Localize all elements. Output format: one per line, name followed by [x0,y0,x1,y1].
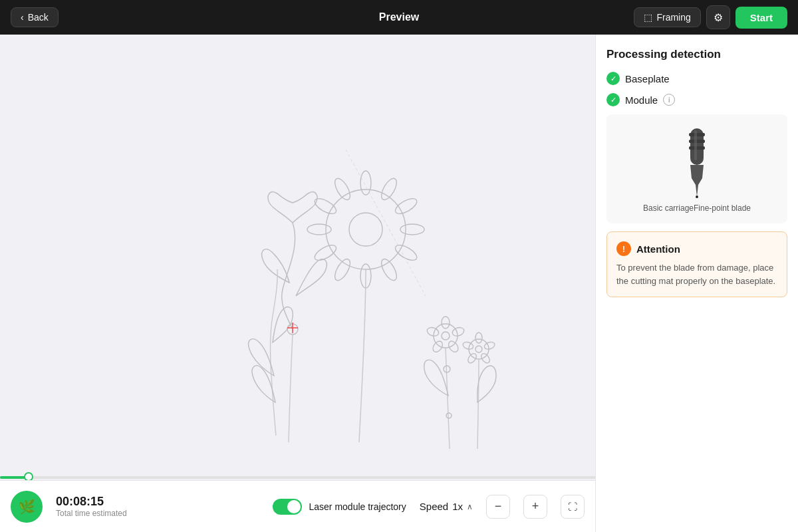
svg-point-1 [349,213,382,246]
back-label: Back [28,12,49,23]
svg-point-18 [451,326,465,337]
bottom-bar: 🌿 00:08:15 Total time estimated Laser mo… [0,480,595,532]
back-chevron-icon: ‹ [21,12,24,23]
svg-point-11 [307,224,331,235]
attention-icon: ! [616,241,631,256]
svg-point-15 [434,324,458,348]
svg-point-5 [400,224,424,235]
svg-point-13 [332,176,353,202]
svg-point-20 [431,339,444,354]
laser-toggle-area: Laser module trajectory [273,499,406,515]
page-title: Preview [379,11,419,23]
svg-point-33 [446,413,452,418]
zoom-in-icon: + [532,499,539,513]
zoom-out-button[interactable]: − [486,495,510,519]
time-label: Total time estimated [56,509,127,518]
attention-text: To prevent the blade from damage, place … [616,261,777,287]
speed-control[interactable]: Speed 1x ∧ [420,501,473,512]
svg-point-9 [332,257,353,283]
svg-point-12 [312,196,338,217]
zoom-out-icon: − [495,499,502,513]
header: ‹ Back Preview ⬚ Framing ⚙ Start [0,0,798,35]
svg-point-23 [475,346,482,352]
avatar: 🌿 [11,491,43,523]
svg-point-28 [462,341,473,350]
speed-chevron-icon: ∧ [467,502,473,511]
svg-rect-39 [694,130,697,160]
svg-point-3 [378,176,400,202]
baseplate-check-icon: ✓ [606,72,620,85]
progress-bar-container [0,476,595,479]
svg-point-4 [393,196,419,217]
start-button[interactable]: Start [735,7,787,29]
toggle-knob [287,500,301,513]
svg-point-16 [442,332,450,340]
svg-point-24 [475,332,482,343]
time-value: 00:08:15 [56,495,127,509]
header-right: ⬚ Framing ⚙ Start [634,5,787,29]
module-image-container: Basic carriageFine-point blade [606,114,787,223]
module-image-caption: Basic carriageFine-point blade [643,203,751,213]
framing-icon: ⬚ [644,12,652,23]
laser-toggle[interactable] [273,499,302,515]
svg-point-19 [446,339,460,354]
module-check-icon: ✓ [606,93,620,106]
canvas-area: 🌿 00:08:15 Total time estimated Laser mo… [0,35,595,532]
svg-point-26 [479,352,491,364]
fullscreen-button[interactable]: ⛶ [561,495,585,519]
time-info: 00:08:15 Total time estimated [56,495,127,518]
svg-point-0 [326,190,406,269]
progress-bar-fill [0,476,27,479]
svg-point-21 [426,326,440,337]
framing-label: Framing [656,12,690,23]
laser-label: Laser module trajectory [309,501,406,512]
right-panel: Processing detection ✓ Baseplate ✓ Modul… [595,35,798,532]
svg-point-7 [378,257,400,283]
module-label: Module [625,94,658,106]
panel-title: Processing detection [606,48,787,61]
main-layout: 🌿 00:08:15 Total time estimated Laser mo… [0,35,798,532]
fullscreen-icon: ⛶ [568,501,577,512]
baseplate-label: Baseplate [625,73,670,84]
avatar-icon: 🌿 [19,499,35,515]
svg-point-27 [466,352,477,364]
attention-header: ! Attention [616,241,777,256]
preview-canvas [160,110,505,495]
speed-value: 1x [452,501,463,512]
speed-label: Speed [420,501,448,512]
svg-point-6 [393,242,419,263]
gear-icon: ⚙ [714,11,723,24]
zoom-in-button[interactable]: + [523,495,547,519]
back-button[interactable]: ‹ Back [11,7,59,27]
module-detection-item: ✓ Module i [606,93,787,106]
svg-point-2 [360,171,371,195]
baseplate-detection-item: ✓ Baseplate [606,72,787,85]
module-info-icon[interactable]: i [663,94,675,106]
attention-box: ! Attention To prevent the blade from da… [606,231,787,297]
svg-point-38 [696,196,698,198]
attention-title: Attention [636,243,680,255]
module-blade-image [677,125,717,198]
svg-point-25 [483,341,495,350]
settings-button[interactable]: ⚙ [706,5,730,29]
svg-point-17 [442,317,450,329]
framing-button[interactable]: ⬚ Framing [634,7,700,27]
